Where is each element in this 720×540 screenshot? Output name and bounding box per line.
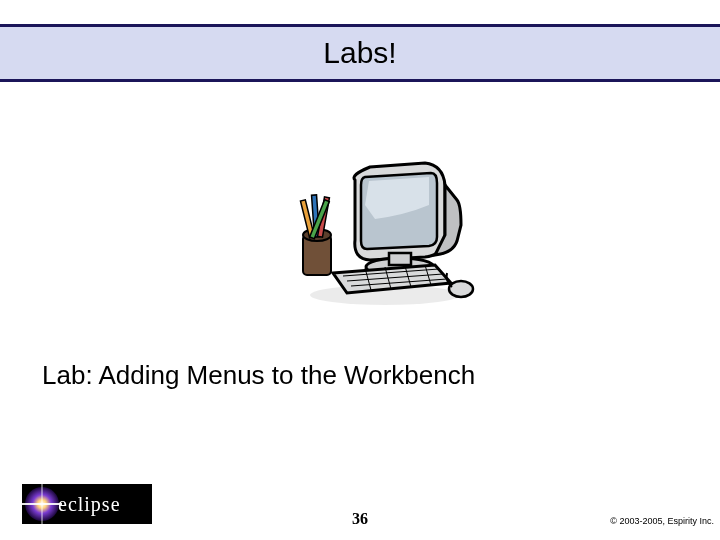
slide-footer: eclipse 36 © 2003-2005, Espirity Inc. xyxy=(0,480,720,540)
eclipse-flare-icon xyxy=(22,484,62,524)
svg-rect-19 xyxy=(41,484,43,524)
slide-title: Labs! xyxy=(323,36,396,70)
svg-point-16 xyxy=(449,281,473,297)
eclipse-logo-text: eclipse xyxy=(58,493,121,516)
lab-heading: Lab: Adding Menus to the Workbench xyxy=(42,360,475,391)
computer-clipart-icon xyxy=(285,145,475,315)
page-number: 36 xyxy=(352,510,368,528)
eclipse-logo: eclipse xyxy=(22,484,152,524)
title-band: Labs! xyxy=(0,24,720,82)
copyright-text: © 2003-2005, Espirity Inc. xyxy=(610,516,714,526)
svg-rect-8 xyxy=(389,253,411,265)
